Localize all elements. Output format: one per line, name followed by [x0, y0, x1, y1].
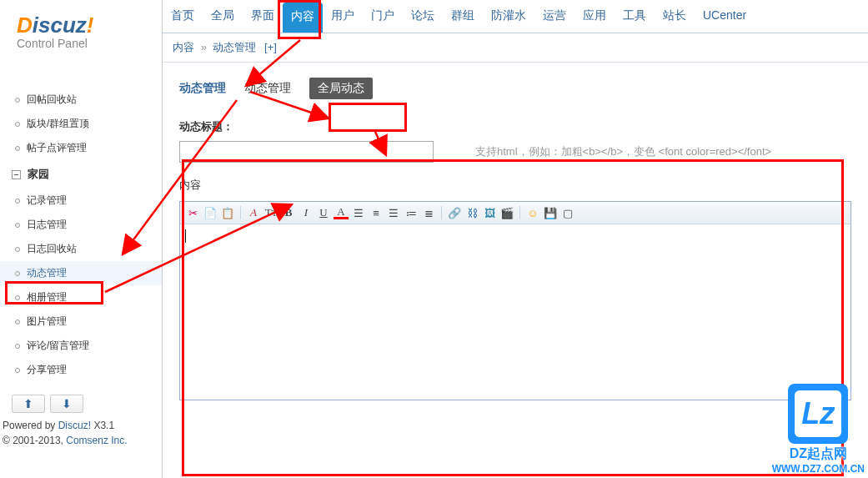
title-input[interactable]: [179, 141, 434, 163]
topnav-item-0[interactable]: 首页: [163, 0, 203, 33]
sidebar-item-forum-sticky[interactable]: 版块/群组置顶: [0, 112, 162, 136]
footer-comsenz-link[interactable]: Comsenz Inc.: [66, 435, 127, 446]
breadcrumb-feed[interactable]: 动态管理: [213, 41, 256, 53]
bullet-icon: [15, 295, 20, 300]
sidebar-item-label: 图片管理: [27, 314, 67, 329]
watermark-text1: DZ起点网: [772, 445, 865, 463]
arrow-up-icon: ⬆: [23, 397, 33, 410]
sidebar-item-feed[interactable]: 动态管理: [0, 261, 162, 285]
watermark: Lz DZ起点网 WWW.DZ7.COM.CN: [772, 384, 865, 475]
image-icon[interactable]: 🖼: [482, 205, 497, 220]
topnav-item-7[interactable]: 群组: [443, 0, 483, 33]
bullet-icon: [15, 122, 20, 127]
underline-icon[interactable]: U: [316, 205, 331, 220]
paste-icon[interactable]: 📋: [220, 205, 235, 220]
link-icon[interactable]: 🔗: [447, 205, 462, 220]
sidebar-item-picture[interactable]: 图片管理: [0, 309, 162, 334]
bullet-icon: [15, 368, 20, 373]
sidebar-item-label: 动态管理: [27, 266, 67, 280]
sidebar-item-blog-recycle[interactable]: 日志回收站: [0, 237, 162, 261]
topnav-item-13[interactable]: UCenter: [695, 0, 755, 33]
align-right-icon[interactable]: ☰: [386, 205, 401, 220]
nav-down-button[interactable]: ⬇: [50, 395, 83, 413]
topnav-item-4[interactable]: 用户: [323, 0, 363, 33]
fore-color-icon[interactable]: A: [334, 207, 349, 219]
logo-subtitle: Control Panel: [17, 37, 145, 50]
sidebar-item-share[interactable]: 分享管理: [0, 358, 162, 382]
title-label: 动态标题：: [179, 119, 851, 134]
tab-feed-manage[interactable]: 动态管理: [179, 81, 226, 96]
sidebar-group-home[interactable]: −家园: [0, 160, 162, 189]
sidebar-item-label: 分享管理: [27, 363, 67, 377]
tab-global-feed[interactable]: 全局动态: [309, 78, 373, 99]
separator-icon: [441, 206, 442, 219]
footer-line2: © 2001-2013, Comsenz Inc.: [0, 435, 162, 450]
bullet-icon: [15, 320, 20, 325]
bullet-icon: [15, 271, 20, 276]
collapse-icon: −: [12, 170, 21, 179]
sidebar-item-record[interactable]: 记录管理: [0, 189, 162, 213]
ordered-list-icon[interactable]: ≔: [404, 205, 419, 220]
text-cursor: [185, 229, 186, 243]
italic-icon[interactable]: I: [299, 205, 314, 220]
sidebar-item-label: 日志回收站: [27, 242, 77, 256]
top-nav: 首页全局界面内容用户门户论坛群组防灌水运营应用工具站长UCenter: [163, 0, 868, 33]
align-left-icon[interactable]: ☰: [351, 205, 366, 220]
title-hint: 支持html，例如：加粗<b></b>，变色 <font color=red><…: [475, 144, 771, 159]
topnav-item-11[interactable]: 工具: [615, 0, 655, 33]
sidebar-item-label: 帖子点评管理: [27, 141, 87, 155]
topnav-item-9[interactable]: 运营: [534, 0, 574, 33]
sidebar-item-reply-recycle[interactable]: 回帖回收站: [0, 88, 162, 112]
editor: ✂ 📄 📋 A TT B I U A ☰ ≡ ☰ ≔ ≣ 🔗: [179, 201, 851, 400]
emoji-icon[interactable]: ☺: [525, 205, 540, 220]
bullet-icon: [15, 223, 20, 228]
tab-feed-manage-2[interactable]: 动态管理: [244, 81, 291, 96]
unlink-icon[interactable]: ⛓: [464, 205, 479, 220]
topnav-item-10[interactable]: 应用: [574, 0, 615, 33]
arrow-down-icon: ⬇: [62, 397, 72, 410]
breadcrumb-content[interactable]: 内容: [173, 41, 194, 53]
fullscreen-icon[interactable]: ▢: [560, 205, 575, 220]
watermark-text2: WWW.DZ7.COM.CN: [772, 463, 865, 475]
bullet-icon: [15, 199, 20, 204]
editor-toolbar: ✂ 📄 📋 A TT B I U A ☰ ≡ ☰ ≔ ≣ 🔗: [180, 202, 850, 224]
cut-icon[interactable]: ✂: [185, 205, 200, 220]
topnav-item-12[interactable]: 站长: [655, 0, 695, 33]
separator-icon: [240, 206, 241, 219]
sidebar-item-comment[interactable]: 评论/留言管理: [0, 334, 162, 358]
page-tabs: 动态管理 动态管理 全局动态: [163, 63, 868, 99]
editor-body[interactable]: [180, 224, 850, 400]
sidebar-item-label: 评论/留言管理: [27, 339, 89, 353]
sidebar-item-label: 记录管理: [27, 194, 67, 208]
breadcrumb: 内容 » 动态管理 [+]: [163, 33, 868, 63]
bullet-icon: [15, 344, 20, 349]
sidebar-item-post-comment[interactable]: 帖子点评管理: [0, 136, 162, 160]
sidebar-group-label: 家园: [28, 167, 49, 182]
sidebar-item-album[interactable]: 相册管理: [0, 285, 162, 309]
topnav-item-8[interactable]: 防灌水: [483, 0, 534, 33]
footer-discuz-link[interactable]: Discuz!: [58, 420, 91, 431]
topnav-item-1[interactable]: 全局: [203, 0, 243, 33]
bold-icon[interactable]: B: [281, 205, 296, 220]
font-size-icon[interactable]: TT: [263, 205, 278, 220]
align-center-icon[interactable]: ≡: [369, 205, 384, 220]
unordered-list-icon[interactable]: ≣: [421, 205, 436, 220]
topnav-item-5[interactable]: 门户: [363, 0, 403, 33]
logo: Discuz! Control Panel: [0, 0, 162, 58]
topnav-item-6[interactable]: 论坛: [403, 0, 443, 33]
logo-iscuz: iscuz: [33, 13, 87, 38]
sidebar-item-label: 回帖回收站: [27, 93, 77, 107]
topnav-item-2[interactable]: 界面: [243, 0, 283, 33]
nav-up-button[interactable]: ⬆: [12, 395, 45, 413]
topnav-item-3[interactable]: 内容: [283, 3, 323, 33]
copy-icon[interactable]: 📄: [203, 205, 218, 220]
breadcrumb-add[interactable]: [+]: [264, 41, 277, 53]
bullet-icon: [15, 146, 20, 151]
watermark-logo: Lz: [795, 390, 841, 437]
media-icon[interactable]: 🎬: [499, 205, 514, 220]
sidebar-item-blog[interactable]: 日志管理: [0, 213, 162, 237]
save-icon[interactable]: 💾: [543, 205, 558, 220]
font-color-icon[interactable]: A: [246, 205, 261, 220]
logo-d: D: [17, 13, 33, 38]
bullet-icon: [15, 98, 20, 103]
